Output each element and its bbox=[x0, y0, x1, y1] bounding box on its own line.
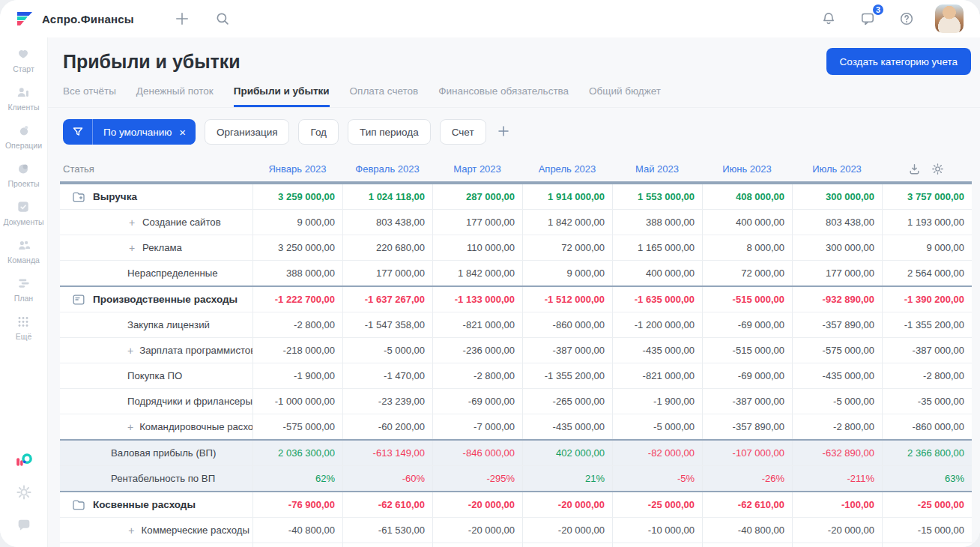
row-label-cell[interactable]: Валовая прибыль (ВП) bbox=[60, 441, 252, 465]
gear-icon[interactable] bbox=[931, 163, 944, 175]
create-category-button[interactable]: Создать категорию учета bbox=[826, 48, 971, 75]
month-column-header[interactable]: Май 2023 bbox=[612, 156, 702, 181]
row-label-cell[interactable]: Косвенные расходы bbox=[60, 492, 252, 517]
row-label-cell[interactable]: +Коммерческие расходы bbox=[60, 518, 252, 543]
user-avatar[interactable] bbox=[935, 4, 964, 33]
month-column-header[interactable]: Июнь 2023 bbox=[702, 156, 792, 181]
report-tab[interactable]: Оплата счетов bbox=[350, 85, 419, 107]
value-cell: -82 000,00 bbox=[612, 441, 702, 465]
value-cell: 400 000,00 bbox=[702, 210, 792, 235]
people-icon bbox=[16, 238, 31, 253]
value-cell: -1 637 267,00 bbox=[342, 287, 432, 312]
row-label: Косвенные расходы bbox=[93, 499, 196, 510]
report-tab[interactable]: Все отчёты bbox=[63, 85, 116, 107]
row-label-cell[interactable]: Подрядчики и фрилансеры bbox=[60, 389, 252, 414]
row-label-cell[interactable]: Выручка bbox=[60, 184, 252, 209]
value-cell: 220 680,00 bbox=[342, 235, 432, 260]
table-row: Косвенные расходы-76 900,00-62 610,00-20… bbox=[60, 491, 972, 517]
expand-plus-icon[interactable]: + bbox=[127, 421, 133, 433]
row-label-cell[interactable]: Покупка ПО bbox=[60, 363, 252, 388]
notifications-button[interactable] bbox=[818, 8, 839, 29]
dots-grid-icon bbox=[16, 314, 31, 329]
value-cell: -61 530,00 bbox=[522, 543, 612, 547]
row-label-cell[interactable]: Рентабельность по ВП bbox=[60, 466, 252, 491]
sidebar-item-label: Клиенты bbox=[7, 103, 39, 112]
value-cell: -1 355 200,00 bbox=[882, 312, 972, 337]
row-label-cell[interactable]: Производственные расходы bbox=[60, 287, 252, 312]
value-cell: -23 239,00 bbox=[342, 389, 432, 414]
row-label-cell[interactable]: +Управленческие расходы bbox=[60, 543, 252, 547]
row-label: Зарплата программистов bbox=[139, 345, 252, 356]
sidebar-item-team[interactable]: Команда bbox=[7, 238, 40, 265]
pnl-table: Статья Январь 2023Февраль 2023Март 2023А… bbox=[60, 156, 972, 547]
filter-chip[interactable]: Тип периода bbox=[348, 119, 431, 145]
row-label: Командировочные расходы bbox=[139, 421, 252, 432]
report-tab[interactable]: Общий бюджет bbox=[589, 85, 661, 107]
row-label-cell[interactable]: +Командировочные расходы bbox=[60, 414, 252, 439]
heart-icon bbox=[16, 46, 31, 61]
report-tab[interactable]: Финансовые обязательства bbox=[438, 85, 569, 107]
value-cell: 300 000,00 bbox=[792, 184, 882, 209]
expand-plus-icon[interactable]: + bbox=[127, 525, 136, 537]
value-cell: -62 610,00 bbox=[342, 492, 432, 517]
report-tab[interactable]: Денежный поток bbox=[136, 85, 214, 107]
download-icon[interactable] bbox=[908, 163, 921, 175]
value-cell: 63% bbox=[882, 466, 972, 491]
active-filter-pill[interactable]: По умолчанию × bbox=[63, 119, 196, 145]
filter-chip[interactable]: Год bbox=[298, 119, 339, 145]
sidebar-item-plan[interactable]: План bbox=[14, 276, 33, 303]
value-cell: -1 512 000,00 bbox=[522, 287, 612, 312]
row-label-cell[interactable]: Нераспределенные bbox=[60, 261, 252, 285]
value-cell: -2 800,00 bbox=[432, 363, 522, 388]
filter-chip[interactable]: Счет bbox=[440, 119, 486, 145]
folder-icon bbox=[72, 498, 85, 512]
value-cell: 803 438,00 bbox=[792, 210, 882, 235]
sidebar-item-clients[interactable]: Клиенты bbox=[7, 85, 39, 112]
app-logo[interactable]: Аспро.Финансы bbox=[15, 9, 134, 28]
help-button[interactable] bbox=[896, 8, 917, 29]
add-filter-button[interactable] bbox=[495, 123, 512, 142]
search-button[interactable] bbox=[212, 8, 233, 29]
row-label-cell[interactable]: +Создание сайтов bbox=[60, 210, 252, 235]
value-cell: -218 000,00 bbox=[252, 338, 342, 363]
value-cell: -1 000 000,00 bbox=[252, 389, 342, 414]
month-column-header[interactable]: Апрель 2023 bbox=[522, 156, 612, 181]
value-cell: -69 000,00 bbox=[702, 363, 792, 388]
row-label-cell[interactable]: +Зарплата программистов bbox=[60, 338, 252, 363]
sidebar-item-label: Старт bbox=[13, 64, 34, 73]
row-label-cell[interactable]: +Реклама bbox=[60, 235, 252, 260]
value-cell: -932 890,00 bbox=[792, 287, 882, 312]
month-column-header[interactable]: Июль 2023 bbox=[792, 156, 882, 181]
expand-plus-icon[interactable]: + bbox=[127, 345, 133, 357]
month-column-header[interactable]: Март 2023 bbox=[432, 156, 522, 181]
brand-mark-icon[interactable] bbox=[16, 451, 32, 468]
month-column-header[interactable]: Январь 2023 bbox=[252, 156, 342, 181]
support-chat-icon[interactable] bbox=[16, 517, 32, 534]
value-cell: -575 000,00 bbox=[792, 338, 882, 363]
expand-plus-icon[interactable]: + bbox=[127, 217, 136, 229]
table-row: Валовая прибыль (ВП)2 036 300,00-613 149… bbox=[60, 439, 972, 465]
filter-chip[interactable]: Организация bbox=[205, 119, 289, 145]
messages-button[interactable]: 3 bbox=[857, 8, 878, 29]
sidebar-item-documents[interactable]: Документы bbox=[3, 199, 43, 226]
month-column-header[interactable]: Февраль 2023 bbox=[342, 156, 432, 181]
sidebar-item-operations[interactable]: Операции bbox=[5, 123, 42, 150]
value-cell: 9 000,00 bbox=[522, 261, 612, 285]
value-cell: -61 530,00 bbox=[342, 518, 432, 543]
sidebar-item-start[interactable]: Старт bbox=[13, 46, 34, 73]
settings-icon[interactable] bbox=[16, 484, 32, 501]
value-cell: 1 553 000,00 bbox=[612, 184, 702, 209]
expand-plus-icon[interactable]: + bbox=[127, 242, 136, 254]
value-cell: -2 800,00 bbox=[252, 312, 342, 337]
value-cell: -2 800,00 bbox=[792, 414, 882, 439]
value-cell: -40 800,00 bbox=[252, 518, 342, 543]
close-icon[interactable]: × bbox=[178, 127, 196, 138]
value-cell: 388 000,00 bbox=[252, 261, 342, 285]
report-tab[interactable]: Прибыли и убытки bbox=[234, 85, 330, 107]
sidebar-item-projects[interactable]: Проекты bbox=[7, 161, 39, 188]
row-label-cell[interactable]: Закупка лицензий bbox=[60, 312, 252, 337]
value-cell: -61 530,00 bbox=[882, 543, 972, 547]
sidebar-item-more[interactable]: Ещё bbox=[16, 314, 31, 341]
table-actions bbox=[882, 156, 972, 181]
add-button[interactable] bbox=[172, 8, 193, 29]
